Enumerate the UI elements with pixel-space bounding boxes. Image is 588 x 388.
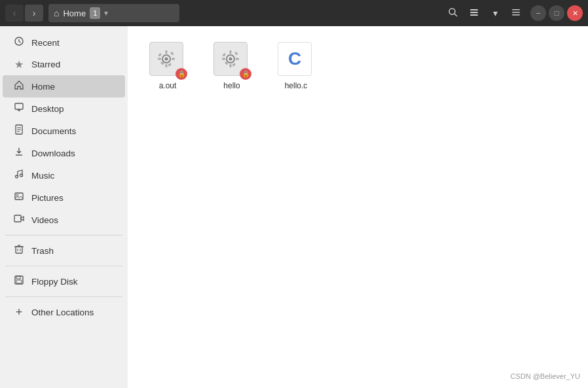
list-icon: [469, 7, 479, 20]
svg-rect-48: [234, 52, 238, 56]
chevron-down-icon: ▾: [104, 9, 108, 18]
svg-rect-21: [15, 193, 23, 200]
file-icon-hello-wrapper: 🔒: [213, 42, 250, 79]
sidebar-item-pictures[interactable]: Pictures: [3, 186, 125, 209]
svg-rect-37: [158, 53, 162, 57]
sidebar-label-desktop: Desktop: [31, 104, 64, 114]
sort-button[interactable]: ▾: [486, 5, 504, 22]
minimize-button[interactable]: −: [530, 5, 546, 21]
sort-icon: ▾: [493, 8, 498, 18]
svg-rect-33: [166, 50, 168, 54]
minimize-icon: −: [536, 9, 540, 17]
sidebar-item-documents[interactable]: Documents: [3, 120, 125, 142]
svg-line-1: [454, 14, 457, 16]
svg-rect-50: [232, 63, 236, 67]
documents-icon: [13, 124, 25, 137]
breadcrumb[interactable]: ⌂ Home 1 ▾: [48, 4, 179, 22]
svg-rect-36: [172, 58, 175, 60]
svg-rect-3: [470, 12, 478, 13]
watermark: CSDN @Believer_YU: [510, 372, 580, 380]
sidebar-label-pictures: Pictures: [31, 193, 64, 203]
home-icon: ⌂: [54, 8, 59, 18]
svg-rect-34: [166, 64, 168, 67]
sidebar-item-desktop[interactable]: Desktop: [3, 97, 125, 120]
list-item[interactable]: 🔒 hello: [202, 37, 261, 96]
maximize-icon: □: [555, 9, 559, 17]
list-view-button[interactable]: [465, 5, 483, 22]
sidebar-item-starred[interactable]: ★ Starred: [3, 54, 125, 75]
titlebar: ‹ › ⌂ Home 1 ▾: [0, 0, 588, 26]
svg-rect-46: [236, 58, 239, 60]
home-sidebar-icon: [13, 80, 25, 93]
sidebar-label-starred: Starred: [31, 60, 60, 69]
main-layout: Recent ★ Starred Home Desktop: [0, 26, 588, 388]
breadcrumb-title: Home: [63, 9, 86, 18]
music-icon: [13, 169, 25, 182]
svg-point-19: [16, 175, 18, 178]
svg-point-20: [20, 174, 23, 177]
close-button[interactable]: ✕: [567, 5, 583, 21]
svg-rect-40: [168, 63, 172, 67]
hamburger-icon: [511, 7, 521, 20]
svg-rect-7: [512, 14, 520, 16]
list-item[interactable]: 🔒 a.out: [138, 37, 197, 96]
search-button[interactable]: [444, 5, 462, 22]
sidebar-divider-1: [5, 235, 122, 236]
recent-icon: [13, 36, 25, 49]
back-icon: ‹: [13, 8, 16, 18]
file-icon-helloc-wrapper: C: [278, 42, 314, 79]
file-area: 🔒 a.out: [128, 26, 588, 388]
file-icon-aout-wrapper: 🔒: [149, 42, 186, 79]
star-icon: ★: [13, 58, 25, 71]
sidebar-label-recent: Recent: [31, 38, 60, 48]
sidebar-label-documents: Documents: [31, 126, 76, 136]
back-button[interactable]: ‹: [5, 5, 24, 22]
svg-rect-11: [15, 103, 23, 109]
sidebar-divider-2: [5, 266, 122, 266]
file-name-aout: a.out: [159, 81, 177, 90]
svg-line-10: [19, 42, 21, 43]
maximize-button[interactable]: □: [549, 5, 564, 21]
sidebar-label-other: Other Locations: [31, 308, 94, 317]
svg-rect-4: [470, 14, 478, 16]
sidebar-item-recent[interactable]: Recent: [3, 31, 125, 54]
sidebar-item-downloads[interactable]: Downloads: [3, 142, 125, 164]
file-name-helloc: hello.c: [285, 81, 308, 90]
svg-point-0: [449, 9, 455, 14]
trash-icon: [13, 244, 25, 257]
svg-rect-5: [512, 9, 520, 10]
sidebar-item-trash[interactable]: Trash: [3, 239, 125, 262]
sidebar-item-home[interactable]: Home: [3, 75, 125, 97]
svg-rect-43: [230, 50, 232, 54]
sidebar-item-floppy[interactable]: Floppy Disk: [3, 270, 125, 292]
downloads-icon: [13, 147, 25, 160]
desktop-icon: [13, 102, 25, 115]
sidebar-item-videos[interactable]: Videos: [3, 209, 125, 231]
svg-rect-23: [14, 215, 21, 222]
videos-icon: [13, 213, 25, 226]
svg-point-32: [165, 58, 168, 61]
svg-rect-47: [222, 53, 226, 57]
sidebar-label-music: Music: [31, 171, 54, 181]
sidebar: Recent ★ Starred Home Desktop: [0, 26, 128, 388]
svg-rect-38: [170, 52, 174, 56]
breadcrumb-badge: 1: [90, 7, 100, 19]
svg-rect-44: [230, 64, 232, 67]
file-icon-helloc: C: [278, 42, 312, 76]
search-icon: [448, 7, 458, 20]
close-icon: ✕: [572, 9, 578, 18]
nav-buttons: ‹ ›: [5, 5, 43, 22]
sidebar-label-floppy: Floppy Disk: [31, 277, 78, 287]
svg-rect-35: [158, 58, 161, 60]
menu-button[interactable]: [507, 5, 525, 22]
sidebar-label-home: Home: [31, 82, 55, 92]
sidebar-item-other-locations[interactable]: + Other Locations: [3, 301, 125, 324]
svg-rect-2: [470, 9, 478, 10]
forward-button[interactable]: ›: [25, 5, 43, 22]
lock-badge: 🔒: [175, 68, 187, 80]
forward-icon: ›: [33, 8, 36, 18]
toolbar-actions: ▾: [444, 5, 525, 22]
sidebar-item-music[interactable]: Music: [3, 164, 125, 186]
list-item[interactable]: C hello.c: [266, 37, 325, 96]
pictures-icon: [13, 191, 25, 204]
